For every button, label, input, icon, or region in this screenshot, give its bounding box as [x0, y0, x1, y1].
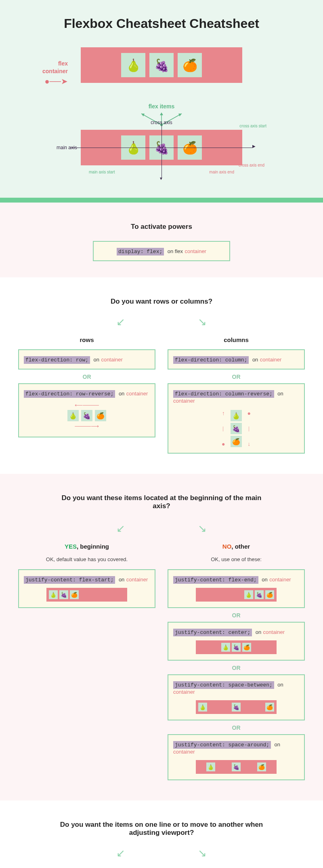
flex-item-grape	[149, 53, 174, 77]
card-flex-direction-row-reverse: flex-direction: row-reverse; on containe…	[18, 383, 155, 437]
card-justify-center: justify-content: center; on container	[168, 622, 305, 661]
column-no: NO, other OK, use one of these: justify-…	[168, 543, 305, 784]
card-flex-direction-column-reverse: flex-direction: column-reverse; on conta…	[168, 383, 305, 454]
card-justify-flex-start: justify-content: flex-start; on containe…	[18, 569, 155, 608]
label-main-axis-start: main axis start	[89, 170, 115, 174]
diagram-axes: cross axis main axis cross axis start cr…	[81, 130, 242, 165]
section-divider	[0, 198, 323, 203]
card-flex-direction-column: flex-direction: column; on container	[168, 349, 305, 370]
card-justify-space-between: justify-content: space-between; on conta…	[168, 674, 305, 720]
label-main-axis-end: main axis end	[209, 170, 234, 174]
label-no-other: NO, other	[168, 543, 305, 550]
page-title: Flexbox Cheatsheet Cheatsheet	[0, 16, 323, 31]
label-flex-items: flex items	[81, 103, 242, 110]
column-yes: YES, beginning OK, default value has you…	[18, 543, 155, 784]
card-display-flex: display: flex; on flex container	[93, 241, 230, 261]
svg-marker-4	[160, 112, 163, 115]
code-display-flex: display: flex;	[117, 248, 164, 256]
arrows-split-icon: ↙↘	[0, 522, 323, 535]
card-justify-flex-end: justify-content: flex-end; on container	[168, 569, 305, 608]
label-cross-axis-end: cross axis end	[239, 163, 264, 167]
column-rows: rows flex-direction: row; on container O…	[18, 336, 155, 458]
section-activate: To activate powers display: flex; on fle…	[0, 203, 323, 277]
label-rows: rows	[18, 336, 155, 343]
heading-justify: Do you want these items located at the b…	[0, 494, 323, 510]
or-label: OR	[168, 665, 305, 671]
no-subtext: OK, use one of these:	[168, 556, 305, 563]
heading-activate: To activate powers	[0, 223, 323, 231]
or-label: OR	[168, 724, 305, 731]
header-section: Flexbox Cheatsheet Cheatsheet flex conta…	[0, 0, 323, 198]
or-label: OR	[168, 374, 305, 380]
label-yes-beginning: YES, beginning	[18, 543, 155, 550]
heading-wrap: Do you want the items on one line or to …	[0, 821, 323, 837]
card-flex-direction-row: flex-direction: row; on container	[18, 349, 155, 370]
diagram-flex-container: flex container ●──➤ flex items	[81, 47, 242, 110]
or-label: OR	[168, 612, 305, 619]
arrows-split-icon: ↙↘	[0, 847, 323, 860]
or-label: OR	[18, 374, 155, 380]
flex-container-box	[81, 47, 242, 83]
yes-subtext: OK, default value has you covered.	[18, 556, 155, 563]
column-columns: columns flex-direction: column; on conta…	[168, 336, 305, 458]
section-wrap: Do you want the items on one line or to …	[0, 800, 323, 868]
flex-item-pear	[121, 53, 145, 77]
card-justify-space-around: justify-content: space-around; on contai…	[168, 734, 305, 780]
section-rows-columns: Do you want rows or columns? ↙↘ rows fle…	[0, 277, 323, 474]
label-columns: columns	[168, 336, 305, 343]
section-justify-content: Do you want these items located at the b…	[0, 474, 323, 800]
arrow-right-icon: ●──➤	[45, 76, 68, 86]
cross-axis-line	[162, 122, 162, 177]
flex-item-orange	[178, 53, 202, 77]
label-flex-container: flex container ●──➤	[42, 59, 68, 86]
heading-rows-columns: Do you want rows or columns?	[0, 298, 323, 306]
label-cross-axis-start: cross axis start	[239, 124, 266, 128]
arrows-split-icon: ↙↘	[0, 316, 323, 328]
